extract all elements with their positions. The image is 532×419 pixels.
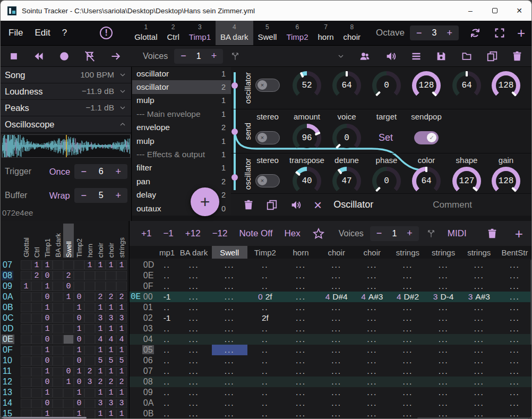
pattern-cell[interactable]: ... [390, 302, 425, 313]
order-cell[interactable]: 0 [74, 335, 84, 344]
pattern-cell[interactable]: ... [283, 345, 319, 355]
pattern-cell[interactable]: ... [426, 313, 461, 323]
order-cell[interactable] [74, 260, 84, 270]
pattern-cell[interactable]: 4D#4 [319, 292, 354, 302]
order-cell[interactable]: 1 [116, 409, 127, 419]
pattern-tool-plus1[interactable]: +1 [141, 228, 151, 239]
order-cell[interactable] [74, 281, 84, 291]
buffer-mode-button[interactable]: Wrap [49, 191, 75, 201]
pattern-cell[interactable]: ... [283, 313, 319, 323]
order-cell[interactable]: 2 [106, 378, 116, 387]
order-cell[interactable]: 2 [31, 271, 42, 280]
order-cell[interactable] [21, 335, 31, 344]
pattern-cell[interactable]: ... [390, 345, 425, 355]
order-cell[interactable] [31, 388, 42, 398]
order-cell[interactable]: 1 [106, 409, 116, 419]
pattern-cell[interactable]: .. [247, 302, 283, 313]
pattern-cell[interactable]: ... [319, 302, 354, 313]
order-cell[interactable]: 1 [116, 260, 127, 270]
instrument-tab-choir[interactable]: 8choir [339, 21, 366, 45]
pattern-cell[interactable]: ... [497, 345, 532, 355]
pattern-cell[interactable]: ... [354, 270, 390, 281]
order-cell[interactable] [53, 399, 63, 408]
pattern-cell[interactable]: ... [390, 323, 425, 334]
order-cell[interactable] [21, 324, 31, 334]
order-cell[interactable]: 3 [95, 399, 106, 408]
unit-list-item-mulp[interactable]: mulp1 [132, 94, 231, 107]
instrument-tab-ba-dark[interactable]: 4BA dark [216, 21, 253, 45]
pattern-cell[interactable]: ... [212, 408, 247, 419]
order-cell[interactable]: 0 [74, 292, 84, 302]
track-voices-decrement-button[interactable]: − [370, 228, 389, 239]
pattern-cell[interactable]: ... [283, 355, 319, 366]
pattern-cell[interactable]: .. [247, 281, 283, 292]
pattern-cell[interactable]: ... [497, 398, 532, 408]
order-cell[interactable]: 4 [106, 335, 116, 344]
split-track-icon[interactable] [426, 229, 436, 238]
unit-list-item-oscillator[interactable]: oscillator1 [132, 67, 231, 80]
order-cell[interactable]: 2 [95, 292, 106, 302]
midi-button[interactable]: MIDI [448, 228, 467, 239]
order-cell[interactable]: 1 [95, 346, 106, 355]
pattern-cell[interactable]: ... [319, 260, 354, 270]
order-cell[interactable]: 1 [21, 281, 31, 291]
pattern-track-header-bentstr[interactable]: BentStr [497, 246, 532, 259]
pattern-cell[interactable]: ... [390, 281, 425, 292]
loop-icon[interactable] [468, 27, 482, 39]
order-cell[interactable]: 1 [42, 303, 53, 312]
menu-item-edit[interactable]: Edit [35, 28, 50, 38]
pattern-cell[interactable]: ... [461, 270, 497, 281]
toggle-stereo[interactable]: × [255, 131, 280, 144]
order-cell[interactable]: 2 [95, 378, 106, 387]
order-cell[interactable]: 3 [116, 313, 127, 323]
pattern-cell[interactable]: ... [461, 345, 497, 355]
order-cell[interactable] [53, 303, 63, 312]
order-cell[interactable]: 1 [74, 303, 84, 312]
pattern-cell[interactable]: .. [158, 355, 176, 366]
order-cell[interactable]: 2 [116, 292, 127, 302]
pattern-cell[interactable]: ... [283, 270, 319, 281]
pattern-cell[interactable]: ... [390, 366, 425, 377]
order-cell[interactable]: 1 [116, 346, 127, 355]
unit-list-item-oscillator[interactable]: oscillator2 [132, 80, 231, 93]
song-setting-loudness[interactable]: Loudness−11.9 dB [1, 83, 131, 100]
pattern-cell[interactable]: ... [461, 260, 497, 270]
copy-unit-icon[interactable] [266, 199, 278, 211]
pattern-cell[interactable]: .. [247, 398, 283, 408]
order-cell[interactable] [21, 313, 31, 323]
order-cell[interactable] [84, 356, 95, 366]
order-cell[interactable] [63, 303, 74, 312]
order-cell[interactable] [21, 388, 31, 398]
order-track-header-choir[interactable]: choir [106, 224, 116, 258]
pattern-cell[interactable]: ... [212, 355, 247, 366]
order-track-header-choir[interactable]: choir [95, 224, 106, 258]
instrument-tab-horn[interactable]: 7horn [313, 21, 339, 45]
pattern-cell[interactable]: ... [354, 408, 390, 419]
pattern-cell[interactable]: ... [176, 292, 211, 302]
pattern-cell[interactable]: ... [354, 345, 390, 355]
pattern-cell[interactable]: ... [176, 281, 211, 292]
order-cell[interactable]: 3 [106, 313, 116, 323]
pattern-track-header-strings[interactable]: strings [426, 246, 461, 259]
order-cell[interactable] [63, 260, 74, 270]
pattern-cell[interactable]: ... [176, 345, 211, 355]
pattern-cell[interactable]: ... [497, 313, 532, 323]
pattern-cell[interactable]: .. [158, 260, 176, 270]
order-cell[interactable] [84, 324, 95, 334]
order-cell[interactable] [21, 303, 31, 312]
order-cell[interactable] [95, 271, 106, 280]
order-track-header-ba-dark[interactable]: BA dark [53, 224, 63, 258]
pattern-cell[interactable]: ... [283, 366, 319, 377]
pattern-cell[interactable]: ... [283, 260, 319, 270]
pattern-cell[interactable]: ... [390, 387, 425, 398]
knob-param[interactable]: 128 [412, 71, 441, 100]
knob-gain[interactable]: 128 [492, 167, 520, 194]
order-cell[interactable] [63, 388, 74, 398]
pattern-cell[interactable]: ... [319, 281, 354, 292]
minimize-button[interactable]: – [458, 1, 483, 21]
knob-param[interactable]: 64 [332, 71, 361, 100]
pattern-cell[interactable]: ... [354, 334, 390, 345]
pattern-cell[interactable]: .. [158, 302, 176, 313]
pattern-cell[interactable]: ... [461, 387, 497, 398]
song-setting-song[interactable]: Song100 BPM [1, 67, 131, 83]
